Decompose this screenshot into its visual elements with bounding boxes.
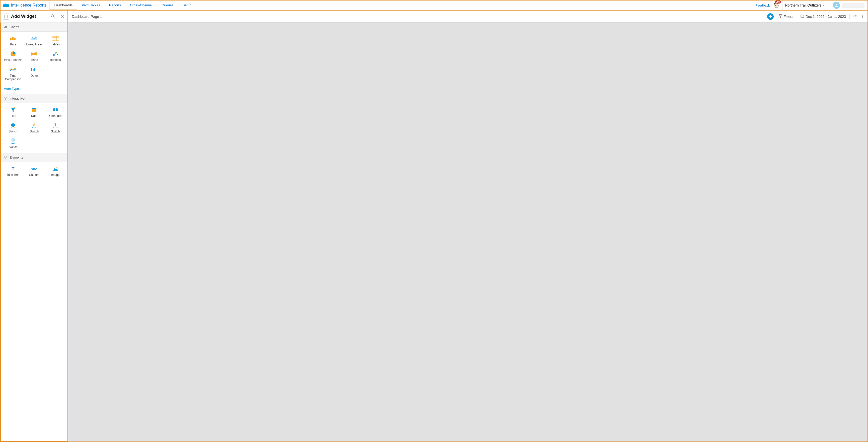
widget-rich-text[interactable]: T Rich Text <box>2 164 24 178</box>
svg-rect-30 <box>33 69 34 71</box>
brand: Intelligence Reports <box>0 0 50 10</box>
svg-line-48 <box>5 157 6 158</box>
widget-switch-generic[interactable]: Switch <box>2 137 24 150</box>
widget-lines-areas[interactable]: Lines, Areas <box>24 34 45 48</box>
filter-icon <box>779 14 782 19</box>
org-name: Northern Trail Outfitters <box>785 3 822 7</box>
widget-filter[interactable]: Filter <box>2 105 24 119</box>
svg-point-28 <box>56 52 57 53</box>
section-elements: Elements <box>1 153 67 162</box>
widget-switch-hash[interactable]: # Switch <box>24 121 45 135</box>
more-actions-button[interactable] <box>861 14 864 19</box>
tab-dashboards[interactable]: Dashboards <box>50 0 77 10</box>
svg-rect-41 <box>56 108 58 111</box>
plus-icon <box>769 15 772 18</box>
calendar-icon <box>30 107 38 113</box>
sidebar-title: Add Widget <box>11 14 48 19</box>
svg-text:$: $ <box>55 123 57 126</box>
sidebar-close-button[interactable] <box>60 13 65 20</box>
time-compare-icon <box>9 67 17 72</box>
tab-queries[interactable]: Queries <box>157 0 178 10</box>
svg-line-35 <box>13 107 14 107</box>
svg-line-33 <box>11 107 12 107</box>
tab-cross-channel[interactable]: Cross-Channel <box>125 0 157 10</box>
widget-bars[interactable]: Bars <box>2 34 24 48</box>
date-range-picker[interactable]: Dec 1, 2022 - Jan 1, 2023 <box>801 14 846 19</box>
svg-point-2 <box>776 5 777 6</box>
sidebar-header: Add Widget <box>0 10 67 23</box>
bar-chart-icon <box>9 36 17 41</box>
widget-switch-dollar[interactable]: $ Switch <box>45 121 66 135</box>
org-switcher[interactable]: Northern Trail Outfitters ▼ <box>782 0 828 10</box>
workspace: Add Widget Charts Bars <box>0 10 868 442</box>
line-area-icon <box>30 36 38 41</box>
salesforce-cloud-icon <box>2 3 9 8</box>
calendar-icon <box>801 14 804 19</box>
eye-icon <box>853 14 858 18</box>
widget-pies-funnels[interactable]: Pies, Funnels <box>2 50 24 63</box>
rich-text-icon: T <box>9 166 17 171</box>
svg-point-3 <box>836 4 837 5</box>
tab-setup[interactable]: Setup <box>178 0 196 10</box>
visibility-button[interactable] <box>853 14 858 19</box>
canvas-column: Dashboard Page 1 Filters Dec 1, 2022 - J… <box>68 10 868 442</box>
svg-rect-42 <box>53 107 54 109</box>
tab-reports[interactable]: Reports <box>104 0 125 10</box>
user-menu[interactable] <box>830 0 865 10</box>
brand-title: Intelligence Reports <box>11 3 46 7</box>
filter-outline-icon <box>4 97 7 100</box>
notification-badge: 99+ <box>775 0 781 3</box>
svg-line-8 <box>54 17 55 18</box>
svg-rect-38 <box>33 107 33 109</box>
svg-rect-39 <box>35 107 35 109</box>
widget-compare[interactable]: Compare <box>45 105 66 119</box>
svg-point-1 <box>775 5 776 6</box>
section-elements-label: Elements <box>9 156 23 159</box>
svg-text:#: # <box>33 123 35 126</box>
svg-rect-40 <box>53 108 55 111</box>
section-interactive-label: Interactive <box>9 97 25 100</box>
close-icon <box>61 15 64 18</box>
switch-dollar-icon: $ <box>52 123 59 128</box>
switch-hash-icon: # <box>30 123 38 128</box>
section-charts-label: Charts <box>9 25 19 29</box>
filters-label: Filters <box>784 14 793 19</box>
svg-rect-16 <box>14 38 16 40</box>
svg-point-58 <box>855 15 856 17</box>
notification-bell[interactable]: 99+ <box>772 1 780 9</box>
svg-rect-12 <box>5 26 6 28</box>
add-page-button[interactable] <box>767 13 774 20</box>
elements-icon <box>4 156 7 159</box>
widget-custom[interactable]: <c> Custom <box>24 164 45 178</box>
widget-other[interactable]: Other <box>24 65 45 83</box>
sidebar-body: Charts Bars Lines, Areas Tables Pies, F <box>0 23 67 442</box>
dashboard-canvas[interactable] <box>68 23 868 442</box>
bubbles-icon <box>52 51 59 57</box>
svg-rect-13 <box>6 26 7 28</box>
charts-grid: Bars Lines, Areas Tables Pies, Funnels M… <box>1 32 67 85</box>
feedback-link[interactable]: Feedback <box>755 3 770 7</box>
person-icon <box>834 3 838 7</box>
svg-rect-54 <box>801 15 804 18</box>
svg-rect-31 <box>34 68 35 71</box>
nav-tabs: Dashboards Pivot Tables Reports Cross-Ch… <box>50 0 196 10</box>
widget-tables[interactable]: Tables <box>45 34 66 48</box>
svg-point-7 <box>51 14 54 17</box>
avatar <box>833 2 840 9</box>
tab-pivot-tables[interactable]: Pivot Tables <box>77 0 104 10</box>
widget-image[interactable]: Image <box>45 164 66 178</box>
widget-switch-cube[interactable]: Switch <box>2 121 24 135</box>
widget-time-comparison[interactable]: Time Comparison <box>2 65 24 83</box>
widget-date[interactable]: Date <box>24 105 45 119</box>
widget-maps[interactable]: Maps <box>24 50 45 63</box>
widget-bubbles[interactable]: Bubbles <box>45 50 66 63</box>
filters-button[interactable]: Filters <box>779 14 793 19</box>
custom-code-icon: <c> <box>30 166 38 171</box>
sidebar-search-button[interactable] <box>50 13 56 20</box>
svg-rect-46 <box>12 139 14 141</box>
add-page-highlight <box>766 12 775 21</box>
switch-generic-icon <box>9 138 17 144</box>
more-types-link[interactable]: More Types <box>1 85 67 94</box>
svg-point-51 <box>57 167 57 168</box>
top-right: Feedback 99+ Northern Trail Outfitters ▼ <box>755 0 868 10</box>
